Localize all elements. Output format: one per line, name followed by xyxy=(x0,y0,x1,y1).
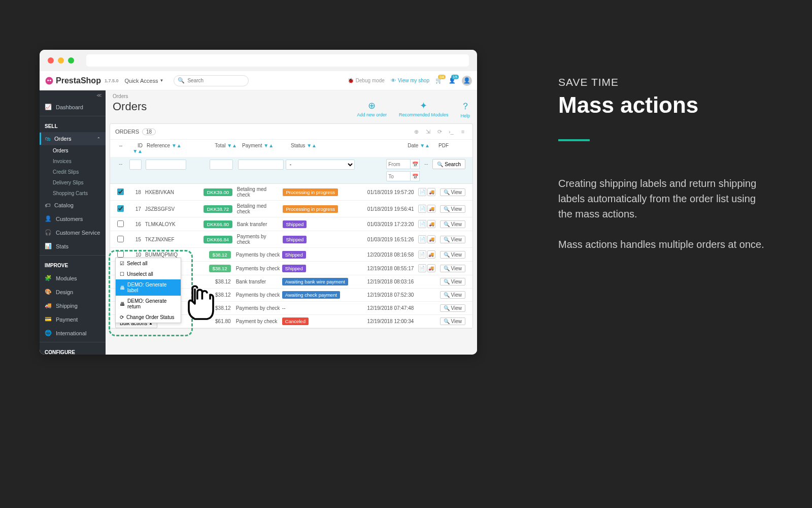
sidebar-section-sell: SELL xyxy=(40,118,106,132)
sidebar-sub-orders[interactable]: Orders xyxy=(40,145,106,156)
row-checkbox[interactable] xyxy=(117,236,124,242)
pdf-invoice-button[interactable]: 📄 xyxy=(418,205,426,213)
sidebar-sub-delivery-slips[interactable]: Delivery Slips xyxy=(40,177,106,188)
row-checkbox[interactable] xyxy=(117,251,124,258)
bulk-generate-return[interactable]: 🖶DEMO: Generate return xyxy=(116,296,181,312)
profile-avatar[interactable]: 👤 xyxy=(462,76,472,86)
view-button[interactable]: 🔍View xyxy=(440,265,466,272)
pdf-delivery-button[interactable]: 🚚 xyxy=(427,205,435,213)
pdf-delivery-button[interactable]: 🚚 xyxy=(427,264,435,272)
search-button[interactable]: 🔍Search xyxy=(432,159,465,169)
page-title: Orders xyxy=(113,100,147,113)
bulk-unselect-all[interactable]: ☐Unselect all xyxy=(116,269,181,279)
calendar-icon[interactable]: 📅 xyxy=(411,159,420,169)
close-window-dot[interactable] xyxy=(48,57,54,64)
pdf-invoice-button[interactable]: 📄 xyxy=(418,250,426,259)
view-button[interactable]: 🔍View xyxy=(440,278,466,285)
view-button[interactable]: 🔍View xyxy=(440,220,466,228)
bulk-select-all[interactable]: ☑Select all xyxy=(116,258,181,269)
sql-button[interactable]: ›_ xyxy=(447,127,456,136)
sidebar-item-stats[interactable]: 📊Stats xyxy=(40,239,106,253)
sidebar-item-orders[interactable]: 🛍Orders⌃ xyxy=(40,132,106,145)
pdf-invoice-button[interactable]: 📄 xyxy=(418,264,426,272)
global-search-input[interactable] xyxy=(174,75,249,86)
sidebar-item-shipping[interactable]: 🚚Shipping xyxy=(40,299,106,312)
sidebar-item-modules[interactable]: 🧩Modules xyxy=(40,271,106,285)
sidebar-collapse[interactable]: ≪ xyxy=(40,90,106,100)
table-row[interactable]: 16 TLMKALOYK DKK66.80 Bank transfer Ship… xyxy=(110,217,472,231)
filter-date-to-input[interactable] xyxy=(386,171,411,181)
filter-status-select[interactable]: - xyxy=(286,160,355,170)
browser-window: PrestaShop 1.7.5.0 Quick Access ▼ 🔍 🐞Deb… xyxy=(40,50,477,355)
sidebar-sub-shopping-carts[interactable]: Shopping Carts xyxy=(40,188,106,199)
sort-total[interactable]: ▼▲ xyxy=(227,143,237,148)
pdf-invoice-button[interactable]: 📄 xyxy=(418,188,426,196)
view-button[interactable]: 🔍View xyxy=(440,304,466,312)
view-button[interactable]: 🔍View xyxy=(440,188,466,196)
pdf-invoice-button[interactable]: 📄 xyxy=(418,235,426,243)
maximize-window-dot[interactable] xyxy=(68,57,74,64)
add-new-order-button[interactable]: ⊕Add new order xyxy=(357,100,387,118)
view-button[interactable]: 🔍View xyxy=(440,205,466,213)
pdf-delivery-button[interactable]: 🚚 xyxy=(427,250,435,259)
notifications-cart[interactable]: 🛒34 xyxy=(435,77,443,84)
row-checkbox[interactable] xyxy=(117,220,124,227)
sidebar-item-catalog[interactable]: 🏷Catalog xyxy=(40,199,106,212)
brand-name: PrestaShop xyxy=(56,76,101,85)
orders-count: 18 xyxy=(142,129,156,135)
refresh-button[interactable]: ⟳ xyxy=(435,127,444,136)
filter-id-input[interactable] xyxy=(129,160,142,170)
breadcrumb: Orders xyxy=(106,90,477,100)
table-row[interactable]: 18 HXEBIVKAN DKK39.00 Betaling med check… xyxy=(110,184,472,201)
minimize-window-dot[interactable] xyxy=(58,57,64,64)
filter-payment-input[interactable] xyxy=(238,160,284,170)
pdf-delivery-button[interactable]: 🚚 xyxy=(427,188,435,196)
sidebar-item-international[interactable]: 🌐International xyxy=(40,326,106,340)
content-area: Orders Orders ⊕Add new order ✦Recommende… xyxy=(106,90,477,355)
view-button[interactable]: 🔍View xyxy=(440,291,466,299)
table-row[interactable]: 17 JSZBSGFSV DKK38.72 Betaling med check… xyxy=(110,201,472,217)
debug-mode-toggle[interactable]: 🐞Debug mode xyxy=(348,78,385,83)
sidebar-sub-invoices[interactable]: Invoices xyxy=(40,156,106,167)
filter-reference-input[interactable] xyxy=(146,160,186,170)
filter-total-input[interactable] xyxy=(210,160,233,170)
sidebar-item-dashboard[interactable]: 📈Dashboard xyxy=(40,100,106,114)
sort-reference[interactable]: ▼▲ xyxy=(172,143,182,148)
search-icon: 🔍 xyxy=(444,221,450,227)
view-button[interactable]: 🔍View xyxy=(440,236,466,243)
notifications-user[interactable]: 👤15 xyxy=(449,77,456,84)
filter-date-from-input[interactable] xyxy=(386,159,411,169)
sort-status[interactable]: ▼▲ xyxy=(307,143,317,148)
row-checkbox[interactable] xyxy=(117,188,124,195)
pdf-invoice-button[interactable]: 📄 xyxy=(418,220,426,228)
sidebar-item-customer-service[interactable]: 🎧Customer Service xyxy=(40,226,106,239)
view-button[interactable]: 🔍View xyxy=(440,251,466,259)
table-row[interactable]: 15 TKZJNXNEF DKK66.84 Payments by check … xyxy=(110,231,472,248)
sidebar-item-customers[interactable]: 👤Customers xyxy=(40,212,106,226)
export-button[interactable]: ⊕ xyxy=(412,127,421,136)
sidebar-item-payment[interactable]: 💳Payment xyxy=(40,312,106,326)
db-button[interactable]: ≡ xyxy=(458,127,467,136)
url-bar[interactable] xyxy=(86,54,469,67)
bulk-change-status[interactable]: ⟳Change Order Status xyxy=(116,312,181,323)
pdf-delivery-button[interactable]: 🚚 xyxy=(427,220,435,228)
window-titlebar xyxy=(40,50,477,71)
row-checkbox[interactable] xyxy=(117,205,124,212)
sort-payment[interactable]: ▼▲ xyxy=(263,143,274,148)
view-button[interactable]: 🔍View xyxy=(440,318,466,325)
calendar-icon[interactable]: 📅 xyxy=(411,171,420,181)
pdf-delivery-button[interactable]: 🚚 xyxy=(427,235,435,243)
sidebar-sub-credit-slips[interactable]: Credit Slips xyxy=(40,167,106,177)
brand-logo[interactable]: PrestaShop 1.7.5.0 xyxy=(45,76,118,85)
basket-icon: 🛍 xyxy=(45,136,50,142)
recommended-modules-button[interactable]: ✦Recommended Modules xyxy=(399,100,449,118)
sort-date[interactable]: ▼▲ xyxy=(420,143,430,148)
panel-label: ORDERS xyxy=(115,129,139,135)
help-button[interactable]: ？Help xyxy=(460,100,470,118)
quick-access-dropdown[interactable]: Quick Access ▼ xyxy=(124,78,163,84)
sort-id[interactable]: ▼▲ xyxy=(132,148,143,154)
sidebar-item-design[interactable]: 🎨Design xyxy=(40,285,106,299)
import-button[interactable]: ⇲ xyxy=(423,127,432,136)
bulk-generate-label[interactable]: 🖶DEMO: Generate label xyxy=(116,279,181,296)
view-shop-link[interactable]: 👁View my shop xyxy=(391,78,429,83)
